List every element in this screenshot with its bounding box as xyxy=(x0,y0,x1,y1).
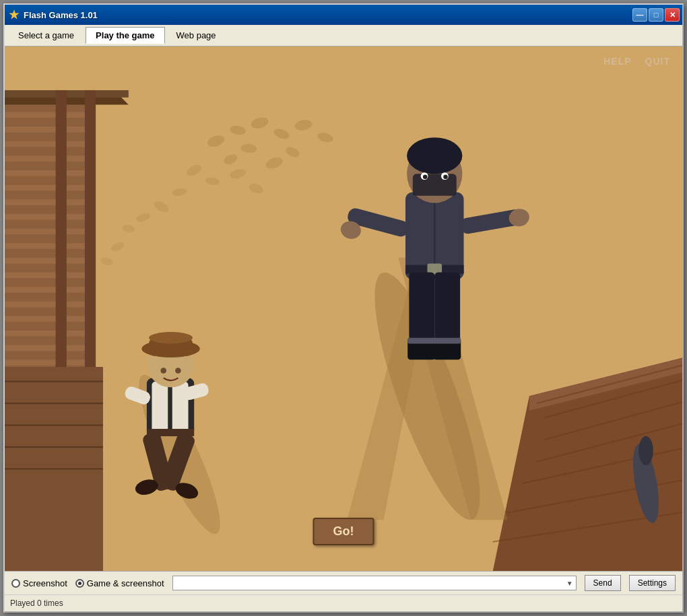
svg-rect-19 xyxy=(5,199,92,205)
svg-rect-27 xyxy=(5,316,92,322)
svg-rect-98 xyxy=(152,382,168,433)
svg-point-108 xyxy=(175,368,181,374)
game-screenshot-radio[interactable]: Game & screenshot xyxy=(75,578,164,588)
settings-button[interactable]: Settings xyxy=(629,575,676,591)
game-screenshot-radio-circle xyxy=(75,579,84,588)
svg-rect-75 xyxy=(409,272,434,345)
svg-rect-79 xyxy=(407,338,435,344)
titlebar-buttons: — □ ✕ xyxy=(632,8,680,22)
screenshot-radio-label: Screenshot xyxy=(23,578,67,588)
svg-rect-25 xyxy=(5,287,92,293)
svg-point-107 xyxy=(160,368,166,374)
svg-rect-14 xyxy=(5,127,92,133)
svg-rect-17 xyxy=(5,170,92,176)
status-bar: Played 0 times xyxy=(5,595,682,611)
svg-rect-26 xyxy=(5,302,92,308)
go-button[interactable]: Go! xyxy=(313,518,374,545)
minimize-button[interactable]: — xyxy=(632,8,647,22)
chevron-down-icon: ▼ xyxy=(566,580,573,587)
bottombar-controls: Screenshot Game & screenshot ▼ Send Sett… xyxy=(5,572,682,595)
svg-point-86 xyxy=(423,174,427,178)
svg-rect-30 xyxy=(5,360,92,366)
svg-rect-13 xyxy=(5,112,92,118)
menubar: Select a game Play the game Web page xyxy=(5,25,682,46)
maximize-button[interactable]: □ xyxy=(649,8,663,22)
titlebar: Flash Games 1.01 — □ ✕ xyxy=(5,5,682,25)
quit-button[interactable]: QUIT xyxy=(645,56,670,67)
send-button[interactable]: Send xyxy=(585,575,621,591)
svg-rect-16 xyxy=(5,156,92,162)
svg-rect-100 xyxy=(147,429,194,436)
svg-rect-39 xyxy=(56,90,67,382)
tab-select-game[interactable]: Select a game xyxy=(8,27,84,44)
svg-rect-23 xyxy=(5,258,92,264)
game-canvas xyxy=(5,46,682,571)
game-screenshot-radio-label: Game & screenshot xyxy=(87,578,164,588)
game-overlay-buttons: HELP QUIT xyxy=(603,56,670,67)
tab-web-page[interactable]: Web page xyxy=(166,27,226,44)
svg-rect-18 xyxy=(5,185,92,191)
svg-rect-40 xyxy=(85,90,96,382)
dropdown-container: ▼ xyxy=(172,576,577,590)
svg-point-110 xyxy=(639,436,653,465)
share-dropdown[interactable]: ▼ xyxy=(172,576,577,590)
tab-play-game[interactable]: Play the game xyxy=(86,27,164,44)
screenshot-radio-circle xyxy=(11,579,20,588)
svg-rect-24 xyxy=(5,272,92,278)
game-area[interactable]: HELP QUIT Go! xyxy=(5,46,682,571)
svg-rect-20 xyxy=(5,214,92,220)
window-title: Flash Games 1.01 xyxy=(24,10,98,20)
svg-rect-76 xyxy=(434,272,460,345)
star-icon xyxy=(9,9,20,20)
svg-marker-38 xyxy=(5,90,129,98)
svg-point-106 xyxy=(149,332,193,343)
help-button[interactable]: HELP xyxy=(603,56,631,67)
svg-point-87 xyxy=(443,174,447,178)
svg-rect-83 xyxy=(413,174,457,195)
svg-rect-15 xyxy=(5,141,92,147)
titlebar-left: Flash Games 1.01 xyxy=(9,9,98,20)
svg-point-82 xyxy=(407,137,462,174)
svg-rect-21 xyxy=(5,228,92,234)
svg-rect-29 xyxy=(5,345,92,351)
screenshot-radio[interactable]: Screenshot xyxy=(11,578,67,588)
app-window: Flash Games 1.01 — □ ✕ Select a game Pla… xyxy=(3,3,684,613)
svg-rect-28 xyxy=(5,331,92,337)
svg-rect-80 xyxy=(433,338,461,344)
svg-rect-22 xyxy=(5,243,92,249)
played-status: Played 0 times xyxy=(10,598,63,608)
bottombar: Screenshot Game & screenshot ▼ Send Sett… xyxy=(5,571,682,611)
close-button[interactable]: ✕ xyxy=(665,8,680,22)
